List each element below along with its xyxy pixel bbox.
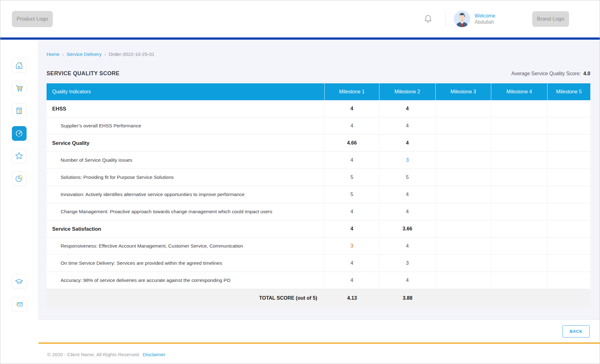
app-window: Product Logo <box>0 0 600 364</box>
score-cell <box>491 238 548 255</box>
indicator-label: Solutions: Providing fit for Purpose Ser… <box>47 169 325 186</box>
score-cell <box>548 135 590 152</box>
column-header-milestone-4: Milestone 4 <box>491 83 548 100</box>
notifications-bell-icon[interactable] <box>423 14 433 24</box>
top-bar-right: Welcome Abdullah Brand Logo <box>423 11 569 27</box>
table-row: Solutions: Providing fit for Purpose Ser… <box>47 169 590 186</box>
brand-logo-label: Brand Logo <box>537 16 564 22</box>
sidebar-item-messages[interactable] <box>12 297 27 312</box>
sidebar-item-home[interactable] <box>12 58 27 73</box>
score-cell <box>491 152 548 169</box>
score-cell <box>548 152 590 169</box>
indicator-label: Accuracy: 98% of service deliveries are … <box>47 272 325 289</box>
sidebar-nav <box>0 40 38 320</box>
total-score-label: TOTAL SCORE (out of 5) <box>47 289 325 307</box>
average-score-label: Average Service Quality Score: <box>511 71 581 76</box>
username-label: Abdullah <box>475 19 495 25</box>
home-icon <box>14 60 24 70</box>
score-cell <box>436 135 491 152</box>
score-cell: 4 <box>325 272 379 289</box>
score-cell: 4.66 <box>325 135 379 152</box>
total-score-milestone-2: 3.88 <box>379 289 436 307</box>
sidebar-item-rating[interactable] <box>12 149 27 164</box>
breadcrumb: Home › Service Delivery › Order-2022-10-… <box>47 52 590 57</box>
disclaimer-link[interactable]: Disclaimer <box>143 352 165 357</box>
gauge-icon <box>14 128 24 139</box>
table-row: Number of Service Quality issues43 <box>47 152 590 169</box>
indicator-label: Change Management: Proactive approach to… <box>47 203 325 220</box>
score-cell <box>548 169 590 186</box>
chevron-right-icon: › <box>104 52 106 57</box>
back-button[interactable]: BACK <box>562 325 590 337</box>
column-header-milestone-1: Milestone 1 <box>325 83 379 100</box>
product-logo-label: Product Logo <box>17 16 48 22</box>
breadcrumb-service-delivery[interactable]: Service Delivery <box>67 52 102 57</box>
total-score-row: TOTAL SCORE (out of 5) 4.13 3.88 <box>47 289 590 307</box>
quality-score-table: Quality Indicators Milestone 1 Milestone… <box>47 83 590 307</box>
sidebar-item-performance[interactable] <box>12 126 27 141</box>
indicator-label: EHSS <box>47 100 325 117</box>
score-cell: 4 <box>379 272 436 289</box>
score-cell: 5 <box>325 186 379 203</box>
score-cell <box>491 186 548 203</box>
score-cell: 4 <box>379 135 436 152</box>
score-cell <box>436 186 491 203</box>
score-cell <box>491 203 548 220</box>
total-score-milestone-1: 4.13 <box>325 289 379 307</box>
indicator-label: On time Service Delivery: Services are p… <box>47 255 325 272</box>
cart-icon <box>14 83 24 93</box>
table-row: Responsiveness: Effective Account Manage… <box>47 238 590 255</box>
indicator-label: Service Quality <box>47 135 325 152</box>
table-row: EHSS44 <box>47 100 590 117</box>
sidebar-item-report[interactable] <box>12 103 27 118</box>
footer-copyright: © 2020 - Client Name, All Rights Reserve… <box>47 352 165 357</box>
score-cell: 4 <box>379 117 436 135</box>
main-content: Home › Service Delivery › Order-2022-10-… <box>38 40 600 320</box>
header-divider <box>445 12 446 27</box>
table-row: Service Quality4.664 <box>47 135 590 152</box>
score-cell <box>548 117 590 135</box>
sidebar-item-training[interactable] <box>12 274 27 289</box>
score-cell: 3.66 <box>379 220 436 238</box>
brand-logo: Brand Logo <box>532 11 569 27</box>
score-cell <box>548 186 590 203</box>
table-row: Supplier’s overall EHSS Performance44 <box>47 117 590 135</box>
page-title: SERVICE QUALITY SCORE <box>47 70 119 77</box>
score-cell: 3 <box>379 152 436 169</box>
score-cell <box>548 238 590 255</box>
header-accent-bar <box>0 37 600 40</box>
score-cell <box>436 169 491 186</box>
column-header-quality-indicators: Quality Indicators <box>47 83 325 100</box>
column-header-milestone-2: Milestone 2 <box>379 83 436 100</box>
star-icon <box>14 151 24 161</box>
score-cell: 4 <box>379 238 436 255</box>
sidebar-item-analytics[interactable] <box>12 171 27 186</box>
score-cell <box>491 117 548 135</box>
score-cell: 4 <box>325 152 379 169</box>
chevron-right-icon: › <box>62 52 64 57</box>
column-header-milestone-3: Milestone 3 <box>436 83 491 100</box>
table-header-row: Quality Indicators Milestone 1 Milestone… <box>47 83 590 100</box>
breadcrumb-home[interactable]: Home <box>47 52 59 57</box>
score-table-body: EHSS44Supplier’s overall EHSS Performanc… <box>47 100 590 289</box>
footer-accent-line <box>38 342 600 344</box>
score-cell <box>491 100 548 117</box>
score-cell <box>436 117 491 135</box>
score-cell <box>491 272 548 289</box>
indicator-label: Service Satisfaction <box>47 220 325 238</box>
indicator-label: Number of Service Quality issues <box>47 152 325 169</box>
score-cell <box>491 169 548 186</box>
score-cell <box>548 100 590 117</box>
score-cell: 4 <box>379 186 436 203</box>
score-cell <box>491 220 548 238</box>
score-cell <box>491 255 548 272</box>
user-avatar[interactable] <box>454 11 470 27</box>
table-row: Service Satisfaction43.66 <box>47 220 590 238</box>
table-row: Innovation: Actively identifies alternat… <box>47 186 590 203</box>
average-score: Average Service Quality Score: 4.0 <box>511 71 590 76</box>
sidebar-item-cart[interactable] <box>12 81 27 96</box>
score-cell: 3 <box>325 238 379 255</box>
score-cell: 3 <box>379 255 436 272</box>
indicator-label: Innovation: Actively identifies alternat… <box>47 186 325 203</box>
report-icon <box>14 106 24 116</box>
